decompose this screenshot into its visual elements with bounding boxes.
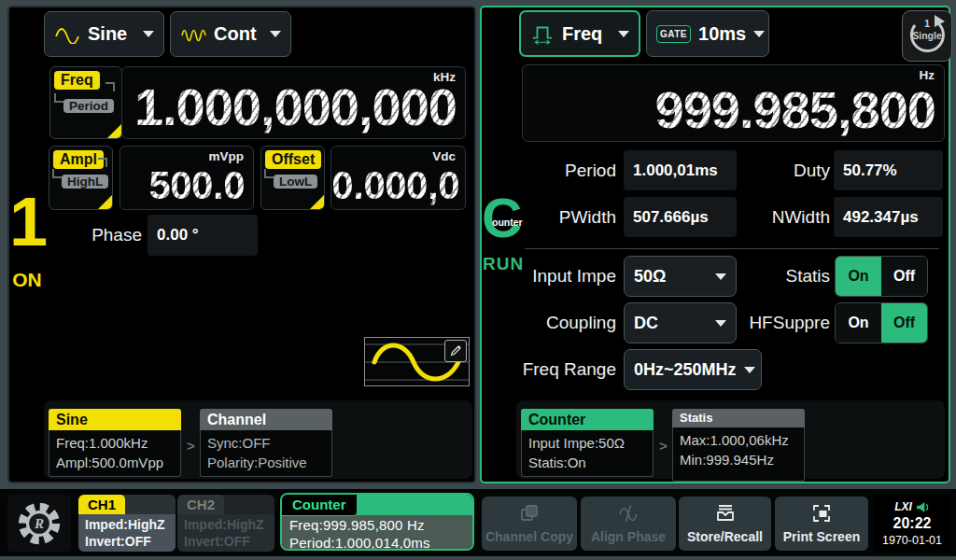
period-label: Period (500, 150, 616, 191)
touch-edit-corner-icon (106, 123, 122, 139)
offset-key-label: Offset (265, 150, 321, 169)
corner-mark (52, 169, 62, 178)
counter-info-area: Counter Input Impe:50Ω Statis:On > Stati… (516, 400, 945, 479)
tab-separator-chevron: > (659, 438, 668, 454)
edit-waveform-button[interactable] (444, 340, 467, 362)
chevron-down-icon (744, 367, 755, 373)
ch1-status-block[interactable]: CH1 Imped:HighZ Invert:OFF (78, 495, 176, 552)
tab-line: Sync:OFF (207, 433, 331, 453)
counter-line: Freq:999.985,800 Hz (289, 516, 472, 534)
statis-toggle[interactable]: On Off (835, 256, 928, 297)
nwidth-label: NWidth (715, 197, 830, 238)
waveform-value: Sine (88, 23, 127, 45)
ch2-status-block[interactable]: CH2 Imped:HighZ Invert:OFF (177, 495, 274, 552)
mode-dropdown[interactable]: Cont (170, 11, 291, 57)
channel-copy-button[interactable]: Channel Copy (482, 497, 577, 551)
amplitude-unit: mVpp (208, 149, 244, 163)
statis-off-option[interactable]: Off (881, 257, 927, 296)
tab-title: Sine (49, 409, 181, 430)
tab-line: Freq:1.000kHz (56, 433, 180, 453)
single-count: 1 (903, 18, 951, 29)
ampl-param-selector[interactable]: Ampl HighL (49, 146, 113, 210)
phase-value[interactable]: 0.00 ° (148, 215, 258, 256)
tab-statis-summary[interactable]: Statis Max:1.000,06kHz Min:999.945Hz (672, 409, 805, 482)
phase-label: Phase (82, 215, 142, 256)
store-recall-button[interactable]: Store/Recall (679, 497, 771, 551)
freq-range-label: Freq Range (500, 349, 616, 390)
offset-unit: Vdc (432, 149, 456, 163)
rigol-gear-logo-icon: R (15, 499, 63, 548)
freq-range-dropdown[interactable]: 0Hz~250MHz (624, 349, 762, 390)
corner-mark (264, 169, 274, 178)
button-label: Align Phase (581, 529, 676, 544)
input-impedance-value: 50Ω (634, 267, 666, 287)
tab-title: Counter (521, 409, 654, 430)
button-label: Store/Recall (679, 529, 771, 544)
tab-title: Channel (200, 409, 332, 430)
chevron-down-icon (753, 31, 765, 37)
system-menu-button[interactable]: R (7, 495, 71, 552)
hf-suppress-on-option[interactable]: On (836, 303, 881, 343)
mode-value: Cont (214, 23, 257, 45)
pulse-width-icon (530, 22, 555, 45)
counter-tab-label: Counter (282, 495, 358, 516)
continuous-wave-icon (180, 25, 206, 44)
counter-line: Period:1.000,014,0ms (289, 534, 472, 551)
duty-value: 50.77% (834, 150, 943, 190)
tab-separator-chevron: > (187, 438, 195, 454)
offset-display[interactable]: Vdc 0.000,0 (330, 146, 466, 210)
corner-mark (105, 82, 115, 91)
tab-line: Ampl:500.0mVpp (56, 453, 180, 472)
highl-alt-label: HighL (62, 175, 108, 189)
speaker-icon (916, 501, 930, 513)
channel1-panel: 1 ON Sine Cont Freq Period kHz 1.000,000… (7, 6, 476, 483)
coupling-label: Coupling (500, 302, 616, 343)
button-label: Print Screen (775, 529, 868, 544)
freq-key-label: Freq (54, 71, 100, 90)
gate-time-dropdown[interactable]: GATE 10ms (646, 10, 769, 57)
tab-title: Statis (672, 409, 805, 427)
counter-status-block[interactable]: Counter Freq:999.985,800 Hz Period:1.000… (280, 493, 474, 551)
divider (525, 248, 939, 249)
hf-suppress-toggle[interactable]: On Off (835, 302, 928, 343)
ch2-line: Imped:HighZ (184, 516, 274, 533)
frequency-display[interactable]: kHz 1.000,000,000 (121, 66, 466, 139)
tab-sine-summary[interactable]: Sine Freq:1.000kHz Ampl:500.0mVpp (49, 409, 181, 477)
input-impedance-label: Input Impe (500, 256, 616, 297)
measure-type-dropdown[interactable]: Freq (519, 10, 640, 57)
touch-edit-corner-icon (97, 194, 113, 210)
offset-param-selector[interactable]: Offset LowL (260, 146, 325, 210)
bottom-bar: R CH1 Imped:HighZ Invert:OFF CH2 Imped:H… (0, 489, 956, 556)
waveform-dropdown[interactable]: Sine (44, 11, 164, 57)
status-area: LXI 20:22 1970-01-01 (874, 495, 950, 553)
hf-suppress-label: HFSuppre (715, 302, 830, 343)
tab-line: Max:1.000,06kHz (680, 430, 804, 450)
freq-param-selector[interactable]: Freq Period (49, 66, 122, 139)
waveform-preview[interactable] (364, 337, 470, 386)
gate-time-value: 10ms (698, 23, 746, 45)
tab-counter-summary[interactable]: Counter Input Impe:50Ω Statis:On (521, 409, 654, 477)
print-screen-icon (810, 502, 833, 525)
tab-channel-summary[interactable]: Channel Sync:OFF Polarity:Positive (200, 409, 332, 477)
channel-output-state: ON (9, 269, 45, 291)
chevron-down-icon (143, 31, 154, 37)
counter-panel: C ounter RUN Freq GATE 10ms 1 Single Hz … (480, 6, 950, 483)
amplitude-value: 500.0 (148, 163, 245, 208)
channel1-info-area: Sine Freq:1.000kHz Ampl:500.0mVpp > Chan… (44, 400, 472, 479)
statis-on-option[interactable]: On (836, 257, 881, 296)
single-label: Single (903, 30, 951, 41)
amplitude-display[interactable]: mVpp 500.0 (120, 146, 254, 210)
single-trigger-button[interactable]: 1 Single (902, 10, 952, 62)
button-label: Channel Copy (482, 529, 577, 544)
print-screen-button[interactable]: Print Screen (775, 497, 868, 551)
period-alt-label: Period (63, 99, 114, 113)
align-phase-button[interactable]: Align Phase (581, 497, 676, 551)
chevron-down-icon (618, 31, 629, 37)
ch2-tab-label: CH2 (177, 495, 224, 514)
ch1-line: Invert:OFF (85, 533, 176, 550)
hf-suppress-off-option[interactable]: Off (881, 303, 927, 343)
storage-tray-icon (714, 502, 737, 525)
coupling-value: DC (634, 314, 658, 333)
copy-icon (518, 502, 541, 525)
channel-number: 1 (9, 179, 45, 265)
